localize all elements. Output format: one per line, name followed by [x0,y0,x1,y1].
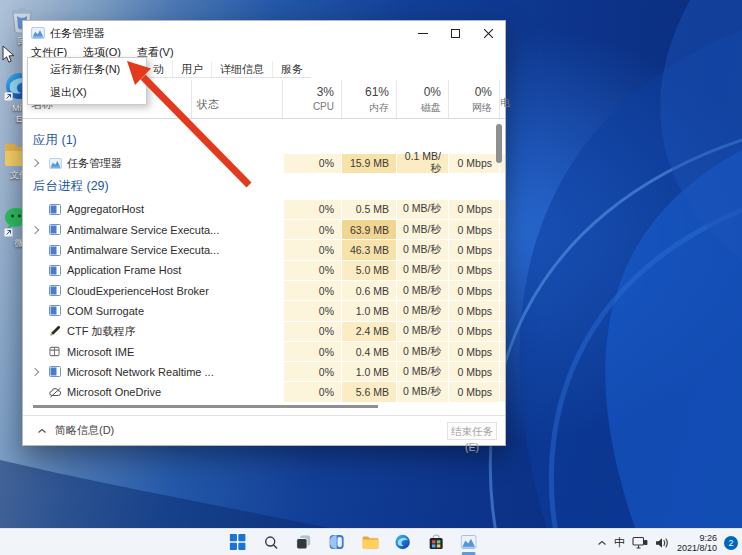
expander-chevron-icon[interactable] [31,368,39,376]
app-process-icon [49,204,61,215]
process-row[interactable]: COM Surrogate0%1.0 MB0 MB/秒0 Mbps [23,301,505,321]
app-process-icon [49,265,61,276]
close-button[interactable] [472,21,505,45]
tab-startup-partial[interactable]: 动 [145,61,173,77]
process-row[interactable]: Microsoft IME0%0.4 MB0 MB/秒0 Mbps [23,341,505,361]
clock-time: 9:26 [677,533,717,543]
app-process-icon [49,224,61,235]
end-task-button[interactable]: 结束任务(E) [447,422,497,440]
app-process-icon [49,305,61,316]
details-toggle[interactable]: 简略信息(D) [55,423,114,438]
metric-cell: 0 Mbps [448,382,499,401]
column-header-status[interactable]: 状态 [197,97,219,112]
metric-cell: 1.0 MB [341,362,396,381]
metric-cell: 15.9 MB [341,154,396,173]
chevron-up-icon[interactable] [37,427,47,435]
process-name: AggregatorHost [67,203,144,215]
app-process-icon [49,285,61,296]
metric-cell: 0% [283,240,341,259]
ime-indicator[interactable]: 中 [614,535,625,550]
column-header-power-partial[interactable]: 电 [500,78,507,118]
process-name-cell: Application Frame Host [23,260,191,280]
metric-cell: 0 MB/秒 [396,362,448,381]
notification-badge[interactable]: 2 [724,536,738,550]
column-header-cpu[interactable]: 3% CPU [283,78,341,118]
metric-cell [499,322,505,341]
task-manager-window: 任务管理器 文件(F) 选项(O) 查看(V) 动 用户 详细信息 服务 运行新… [22,20,506,446]
horizontal-scrollbar[interactable] [33,405,378,408]
tab-users[interactable]: 用户 [173,61,212,77]
start-taskbar-button[interactable] [226,530,250,555]
metric-cell [499,261,505,280]
process-group-header[interactable]: 应用 (1) [23,127,505,153]
process-name: CloudExperienceHost Broker [67,285,209,297]
metric-cell: 0 Mbps [448,220,499,239]
cloud-process-icon [49,387,62,398]
maximize-button[interactable] [439,21,472,45]
process-name: COM Surrogate [67,305,144,317]
metric-cell: 0 MB/秒 [396,342,448,361]
metric-cell: 0 Mbps [448,200,499,219]
metric-cell: 0.4 MB [341,342,396,361]
process-group-header[interactable]: 后台进程 (29) [23,173,505,199]
network-icon[interactable] [632,536,648,549]
metric-cell: 0 MB/秒 [396,281,448,300]
process-row[interactable]: AggregatorHost0%0.5 MB0 MB/秒0 Mbps [23,199,505,219]
column-header-memory[interactable]: 61% 内存 [341,78,396,118]
column-header-network[interactable]: 0% 网络 [448,78,499,118]
task-manager-taskbar-button[interactable] [457,530,481,555]
metric-cell [499,240,505,259]
widgets-icon [329,534,345,550]
mouse-cursor [2,45,16,65]
process-row[interactable]: 任务管理器0%15.9 MB0.1 MB/秒0 Mbps [23,153,505,173]
task-manager-app-icon [31,27,45,39]
edge-icon [395,534,411,550]
tab-details[interactable]: 详细信息 [212,61,273,77]
process-name: CTF 加载程序 [67,324,135,339]
process-row[interactable]: CTF 加载程序0%2.4 MB0 MB/秒0 Mbps [23,321,505,341]
widgets-taskbar-button[interactable] [325,530,349,555]
app-process-icon [49,366,61,377]
task-view-icon [296,534,312,550]
store-taskbar-button[interactable] [424,530,448,555]
volume-icon[interactable] [655,537,670,549]
metric-cell: 0 MB/秒 [396,382,448,401]
metric-cell: 0 MB/秒 [396,301,448,320]
process-row[interactable]: CloudExperienceHost Broker0%0.6 MB0 MB/秒… [23,280,505,300]
tab-services[interactable]: 服务 [273,61,311,77]
process-row[interactable]: Application Frame Host0%5.0 MB0 MB/秒0 Mb… [23,260,505,280]
metric-cell: 0 Mbps [448,342,499,361]
vertical-scrollbar[interactable] [496,124,502,163]
expander-chevron-icon[interactable] [31,159,39,167]
metric-cell: 0 MB/秒 [396,220,448,239]
metric-cell: 2.4 MB [341,322,396,341]
menu-item-run-new-task[interactable]: 运行新任务(N) [28,58,146,81]
window-title: 任务管理器 [50,26,105,41]
process-row[interactable]: Microsoft Network Realtime ...0%1.0 MB0 … [23,362,505,382]
task-view-taskbar-button[interactable] [292,530,316,555]
tray-chevron-up-icon[interactable] [597,539,607,547]
start-icon [230,534,246,550]
metric-cell [499,362,505,381]
process-name-cell: Microsoft IME [23,341,191,361]
process-row[interactable]: Microsoft OneDrive0%5.6 MB0 MB/秒0 Mbps [23,382,505,402]
process-name: Microsoft OneDrive [67,386,161,398]
process-row[interactable]: Antimalware Service Executa...0%46.3 MB0… [23,240,505,260]
file-explorer-taskbar-button[interactable] [358,530,382,555]
search-taskbar-button[interactable] [259,530,283,555]
metric-cell: 0% [283,281,341,300]
process-name-cell: Antimalware Service Executa... [23,220,191,240]
taskbar-clock[interactable]: 9:26 2021/8/10 [677,533,717,553]
active-app-indicator [462,552,476,555]
menu-item-exit[interactable]: 退出(X) [28,81,146,104]
pen-process-icon [49,325,61,337]
process-row[interactable]: Antimalware Service Executa...0%63.9 MB0… [23,220,505,240]
column-header-disk[interactable]: 0% 磁盘 [396,78,448,118]
metric-cell [499,301,505,320]
expander-chevron-icon[interactable] [31,225,39,233]
process-name-cell: Antimalware Service Executa... [23,240,191,260]
edge-taskbar-button[interactable] [391,530,415,555]
metric-cell: 0.5 MB [341,200,396,219]
process-name: Microsoft Network Realtime ... [67,366,214,378]
minimize-button[interactable] [406,21,439,45]
